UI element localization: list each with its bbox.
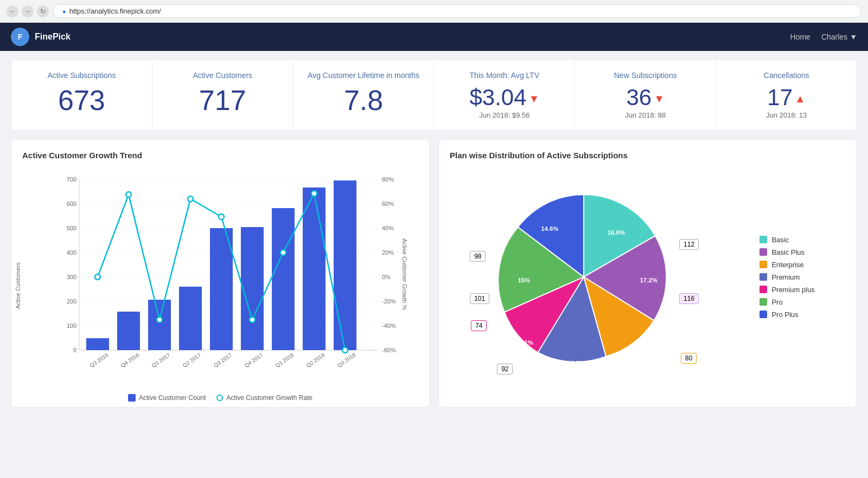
legend-pro-icon <box>760 298 767 306</box>
svg-text:-20%: -20% <box>382 298 396 305</box>
pie-chart-title: Plan wise Distribution of Active Subscri… <box>450 151 846 160</box>
svg-text:-40%: -40% <box>382 322 396 329</box>
pie-label-pro: 15% <box>518 277 531 283</box>
bar-chart-title: Active Customer Growth Trend <box>22 151 418 160</box>
bar-q1-2018 <box>272 208 295 350</box>
pie-chart-card: Plan wise Distribution of Active Subscri… <box>438 139 857 408</box>
bar-chart-svg: 700 600 500 400 300 200 100 0 80% 60% 40… <box>22 169 418 374</box>
svg-text:100: 100 <box>67 322 76 329</box>
dot-q1-2018 <box>280 250 286 255</box>
dot-q4-2017 <box>250 317 255 322</box>
pie-outside-label-pro-plus: 98 <box>470 251 486 262</box>
bar-q3-2018 <box>334 180 356 350</box>
legend-premium-plus-label: Premium plus <box>771 286 814 294</box>
svg-text:Q1 2017: Q1 2017 <box>151 352 171 369</box>
address-bar[interactable]: ● https://analytics.finepick.com/ <box>53 4 861 18</box>
svg-text:Q2 2018: Q2 2018 <box>305 352 326 369</box>
legend-basic-label: Basic <box>771 236 789 244</box>
svg-text:0%: 0% <box>382 274 391 280</box>
logo-icon: F <box>11 28 29 46</box>
refresh-button[interactable]: ↻ <box>37 5 49 17</box>
legend-pro-label: Pro <box>771 298 782 306</box>
pie-label-premium: 13.7% <box>568 360 585 366</box>
svg-text:Q4 2016: Q4 2016 <box>120 352 141 369</box>
lock-icon: ● <box>62 8 66 15</box>
bar-q1-2017 <box>148 300 171 350</box>
home-nav-link[interactable]: Home <box>790 33 810 41</box>
nav-links: Home Charles ▼ <box>790 33 857 41</box>
svg-text:400: 400 <box>67 249 76 256</box>
kpi-new-sub-sub: Jun 2018: 88 <box>588 111 703 119</box>
avg-ltv-trend-icon: ▼ <box>529 93 540 105</box>
kpi-avg-lifetime-value: 7.8 <box>307 86 421 114</box>
back-button[interactable]: ← <box>7 5 18 17</box>
legend-basic-plus: Basic Plus <box>760 248 814 256</box>
pie-label-enterprise: 11.9% <box>636 343 653 349</box>
svg-text:300: 300 <box>67 274 76 280</box>
kpi-cancellations: Cancellations 17 ▲ Jun 2018: 13 <box>716 60 857 131</box>
bar-chart-legend: Active Customer Count Active Customer Gr… <box>22 394 418 402</box>
logo-area: F FinePick <box>11 28 790 46</box>
svg-text:200: 200 <box>67 298 76 305</box>
browser-chrome: ← → ↻ ● https://analytics.finepick.com/ <box>0 0 868 23</box>
dot-q3-2018 <box>342 347 348 353</box>
legend-premium-plus-icon <box>760 286 767 293</box>
new-sub-trend-icon: ▼ <box>654 93 665 105</box>
pie-outside-label-premium-plus: 74 <box>471 320 487 331</box>
kpi-cancellations-sub: Jun 2018: 13 <box>729 111 844 119</box>
pie-container: 16.6% 17.2% 11.9% 13.7% 11% <box>481 174 687 380</box>
kpi-avg-ltv-label: This Month: Avg LTV <box>447 71 561 80</box>
pie-svg: 16.6% 17.2% 11.9% 13.7% 11% <box>481 174 687 380</box>
pie-label-basic-plus: 17.2% <box>640 277 658 283</box>
legend-premium: Premium <box>760 273 814 281</box>
legend-pro-plus: Pro Plus <box>760 311 814 319</box>
y-axis-right-title: Active Customer Growth % <box>401 231 408 318</box>
svg-text:-60%: -60% <box>382 347 396 353</box>
kpi-active-customers: Active Customers 717 <box>152 60 293 131</box>
bar-q3-2017 <box>210 228 233 350</box>
kpi-new-sub-label: New Subscriptions <box>588 71 703 80</box>
charts-row: Active Customer Growth Trend Active Cust… <box>11 139 857 408</box>
pie-area: 16.6% 17.2% 11.9% 13.7% 11% <box>450 169 846 385</box>
bar-q2-2017 <box>179 287 202 350</box>
bar-chart-card: Active Customer Growth Trend Active Cust… <box>11 139 430 408</box>
kpi-avg-ltv: This Month: Avg LTV $3.04 ▼ Jun 2018: $9… <box>434 60 575 131</box>
svg-text:80%: 80% <box>382 176 394 183</box>
legend-basic-icon <box>760 236 767 243</box>
logo-text: FinePick <box>35 32 71 42</box>
bar-q4-2017 <box>241 227 264 350</box>
legend-enterprise: Enterprise <box>760 261 814 269</box>
pie-outside-label-enterprise: 80 <box>681 353 697 364</box>
forward-button[interactable]: → <box>22 5 34 17</box>
kpi-active-customers-label: Active Customers <box>165 71 280 80</box>
chevron-down-icon: ▼ <box>850 33 857 41</box>
bar-q2-2018 <box>303 188 326 350</box>
legend-pro-plus-icon <box>760 311 767 318</box>
kpi-avg-ltv-value: $3.04 <box>469 86 526 109</box>
dot-q2-2017 <box>188 196 193 202</box>
pie-legend: Basic Basic Plus Enterprise Premium <box>760 236 814 319</box>
legend-bar-label: Active Customer Count <box>139 394 206 402</box>
legend-pro-plus-label: Pro Plus <box>771 311 798 319</box>
legend-basic: Basic <box>760 236 814 244</box>
top-nav: F FinePick Home Charles ▼ <box>0 23 868 51</box>
legend-basic-plus-icon <box>760 248 767 256</box>
bar-chart-area: Active Customers Active Customer Growth … <box>22 169 418 396</box>
svg-text:500: 500 <box>67 225 76 231</box>
pie-outside-label-basic-plus: 116 <box>679 293 699 304</box>
legend-premium-label: Premium <box>771 273 800 281</box>
kpi-active-subscriptions-value: 673 <box>24 86 139 114</box>
y-axis-left-title: Active Customers <box>15 253 21 318</box>
legend-bar-count: Active Customer Count <box>128 394 206 402</box>
browser-nav-buttons: ← → ↻ <box>7 5 49 17</box>
bar-q3-2016 <box>86 338 109 350</box>
kpi-new-subscriptions: New Subscriptions 36 ▼ Jun 2018: 88 <box>575 60 716 131</box>
svg-text:20%: 20% <box>382 249 394 256</box>
user-menu[interactable]: Charles ▼ <box>821 33 857 41</box>
legend-basic-plus-label: Basic Plus <box>771 248 805 256</box>
url-text: https://analytics.finepick.com/ <box>69 7 161 15</box>
kpi-active-subscriptions: Active Subscriptions 673 <box>11 60 152 131</box>
legend-premium-icon <box>760 273 767 281</box>
svg-text:600: 600 <box>67 201 76 207</box>
kpi-new-sub-value: 36 <box>626 86 652 109</box>
